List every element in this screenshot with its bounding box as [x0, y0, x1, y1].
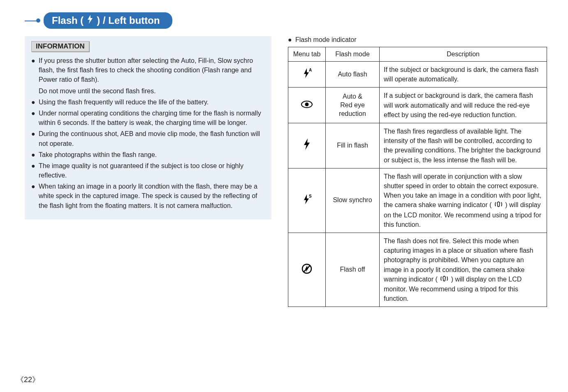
mode-cell: Auto & Red eye reduction: [326, 88, 380, 123]
flash-off-icon: [288, 233, 326, 307]
info-item-text: When taking an image in a poorly lit con…: [39, 182, 265, 210]
camera-shake-icon: [494, 201, 503, 210]
red-eye-icon: [288, 88, 326, 123]
mode-text: reduction: [339, 110, 366, 118]
bullet-icon: ●: [288, 36, 295, 44]
bullet-icon: ●: [31, 161, 39, 180]
col-flash-mode: Flash mode: [326, 47, 380, 62]
mode-text: Slow synchro: [333, 196, 372, 205]
list-item: ● If you press the shutter button after …: [31, 56, 265, 85]
table-row: S Slow synchro The flash will operate in…: [288, 168, 547, 233]
mode-cell: Fill in flash: [326, 123, 380, 168]
mode-cell: Flash off: [326, 233, 380, 307]
desc-cell: The flash fires regardless of available …: [380, 123, 547, 168]
mode-text: Fill in flash: [337, 141, 368, 150]
desc-cell: If a subject or background is dark, the …: [380, 88, 547, 123]
list-item: ● The image quality is not guaranteed if…: [31, 161, 265, 180]
mode-cell: Auto flash: [326, 62, 380, 88]
flash-mode-indicator-header: ● Flash mode indicator: [288, 36, 547, 44]
flash-mode-indicator-text: Flash mode indicator: [295, 36, 357, 44]
table-row: Auto & Red eye reduction If a subject or…: [288, 88, 547, 123]
svg-marker-1: [304, 68, 309, 78]
mode-text: Flash off: [340, 265, 365, 274]
mode-text: Auto flash: [338, 70, 367, 79]
page-title-bar: Flash ( ) / Left button: [25, 12, 552, 29]
list-item: ● Using the flash frequently will reduce…: [31, 97, 265, 107]
camera-shake-icon: [440, 275, 448, 284]
flash-mode-table: Menu tab Flash mode Description A: [288, 47, 547, 307]
information-box: INFORMATION ● If you press the shutter b…: [25, 36, 271, 219]
svg-text:S: S: [309, 194, 312, 198]
bullet-icon: ●: [31, 182, 39, 210]
flash-icon: [87, 15, 93, 26]
slow-synchro-icon: S: [288, 168, 326, 233]
table-row: A Auto flash If the subject or backgroun…: [288, 62, 547, 88]
list-item: ● Under normal operating conditions the …: [31, 108, 265, 127]
title-text-suffix: ) / Left button: [97, 15, 160, 26]
mode-text: Auto &: [343, 92, 362, 101]
list-item: ● During the continuous shot, AEB and mo…: [31, 129, 265, 148]
info-item-text: During the continuous shot, AEB and movi…: [39, 129, 265, 148]
svg-marker-5: [304, 138, 310, 150]
auto-flash-icon: A: [288, 62, 326, 88]
info-item-text: The image quality is not guaranteed if t…: [39, 161, 265, 180]
bullet-icon: ●: [31, 97, 39, 107]
col-description: Description: [380, 47, 547, 62]
information-list: ● If you press the shutter button after …: [31, 56, 265, 210]
desc-cell: The flash will operate in conjunction wi…: [380, 168, 547, 233]
bullet-icon: ●: [31, 129, 39, 148]
desc-cell: If the subject or background is dark, th…: [380, 62, 547, 88]
fill-flash-icon: [288, 123, 326, 168]
title-text-prefix: Flash (: [52, 15, 83, 26]
svg-marker-0: [88, 15, 93, 24]
bullet-icon: ●: [31, 56, 39, 85]
title-decor-dot: [36, 18, 40, 23]
list-item: ● Take photographs within the flash rang…: [31, 150, 265, 159]
info-item-text: Using the flash frequently will reduce t…: [39, 97, 265, 107]
info-item-text: If you press the shutter button after se…: [39, 56, 265, 85]
info-item-text: Under normal operating conditions the ch…: [39, 108, 265, 127]
page-title: Flash ( ) / Left button: [44, 12, 172, 29]
bullet-icon: ●: [31, 150, 39, 159]
page-number: 《22》: [16, 375, 39, 385]
bullet-icon: ●: [31, 108, 39, 127]
list-item: ● When taking an image in a poorly lit c…: [31, 182, 265, 210]
svg-text:A: A: [309, 68, 312, 72]
information-label: INFORMATION: [31, 41, 89, 52]
table-row: Fill in flash The flash fires regardless…: [288, 123, 547, 168]
info-subtext: Do not move until the second flash fires…: [39, 86, 265, 96]
table-row: Flash off The flash does not fire. Selec…: [288, 233, 547, 307]
svg-point-4: [305, 102, 309, 106]
svg-marker-6: [304, 194, 309, 204]
desc-cell: The flash does not fire. Select this mod…: [380, 233, 547, 307]
mode-cell: Slow synchro: [326, 168, 380, 233]
table-header-row: Menu tab Flash mode Description: [288, 47, 547, 62]
info-item-text: Take photographs within the flash range.: [39, 150, 265, 159]
mode-text: Red eye: [340, 101, 365, 110]
col-menu-tab: Menu tab: [288, 47, 326, 62]
